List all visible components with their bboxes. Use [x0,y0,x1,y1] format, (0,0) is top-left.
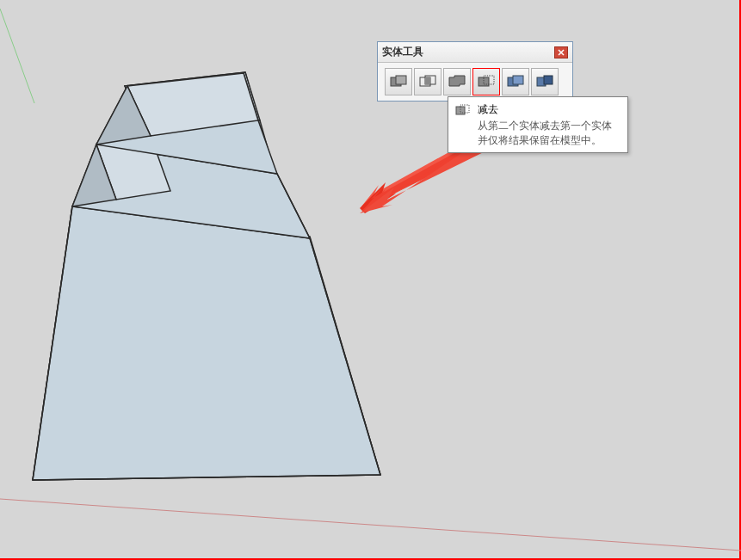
svg-rect-51 [396,76,406,84]
tool-trim[interactable] [502,68,529,95]
model-canvas[interactable] [0,0,741,560]
tooltip-icon [455,104,471,120]
intersect-icon [418,74,437,89]
tooltip-title: 减去 [478,102,621,117]
outer-shell-icon [389,74,408,89]
split-icon [535,74,554,89]
toolbar-titlebar[interactable]: 实体工具 [378,42,572,63]
tool-split[interactable] [531,68,559,95]
axis-red [0,499,741,551]
union-icon [448,74,466,89]
solid-model-clean[interactable] [33,73,380,480]
svg-marker-22 [33,206,380,480]
svg-rect-58 [513,76,523,84]
trim-icon [506,74,525,89]
tooltip-description: 从第二个实体减去第一个实体并仅将结果保留在模型中。 [478,119,621,148]
toolbar-body [378,63,572,101]
svg-rect-60 [544,76,553,84]
tool-union[interactable] [443,68,471,95]
sketchup-viewport[interactable] [0,0,741,560]
close-icon [558,49,565,56]
svg-rect-54 [425,77,430,84]
solid-tools-toolbar[interactable]: 实体工具 [377,41,573,102]
axis-green [0,9,34,103]
close-button[interactable] [554,46,568,58]
subtract-icon-small [455,104,471,118]
tool-outer-shell[interactable] [385,68,412,95]
toolbar-title: 实体工具 [382,45,423,59]
tool-subtract[interactable] [472,68,500,95]
tool-intersect[interactable] [414,68,442,95]
tool-tooltip: 减去 从第二个实体减去第一个实体并仅将结果保留在模型中。 [448,96,628,153]
tooltip-text: 减去 从第二个实体减去第一个实体并仅将结果保留在模型中。 [478,102,621,147]
subtract-icon [477,74,496,89]
